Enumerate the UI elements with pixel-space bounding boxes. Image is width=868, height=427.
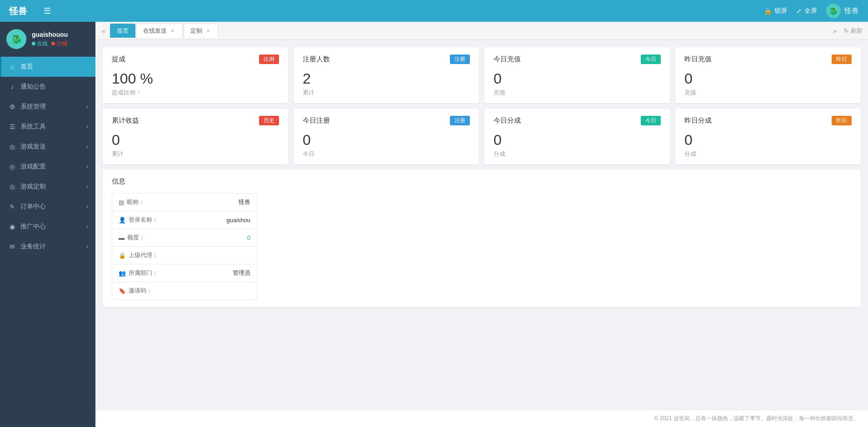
header-user[interactable]: 🐉 怪兽 <box>826 4 859 18</box>
stat-cumulative-label: 累计 <box>112 150 279 158</box>
info-table: ▤ 昵称： 怪兽 👤 登录名称： guaishou <box>112 193 257 300</box>
header-avatar: 🐉 <box>826 4 841 18</box>
menu-toggle-icon[interactable]: ☰ <box>44 6 51 16</box>
stat-share-yesterday-title: 昨日分成 <box>684 116 712 125</box>
sidebar-item-game-send-label: 游戏发送 <box>20 143 46 151</box>
stat-commission-value: 100 % <box>112 71 279 86</box>
header-username: 怪兽 <box>844 6 859 16</box>
status-online: 在线 <box>32 40 48 48</box>
invite-code-icon: 🔖 <box>119 288 126 294</box>
sidebar-item-promo-center[interactable]: ◉ 推广中心 ‹ <box>0 217 95 237</box>
sidebar-item-home[interactable]: ⌂ 首页 <box>0 57 95 77</box>
order-center-icon: ✎ <box>9 203 16 210</box>
fullscreen-button[interactable]: ⤢ 全屏 <box>796 7 817 15</box>
info-row-loginname: 👤 登录名称： guaishou <box>112 211 257 229</box>
tabs-container: 首页 在线发送 × 定制 × <box>108 24 830 38</box>
sidebar-item-home-label: 首页 <box>20 63 33 71</box>
stat-recharge-today-badge: 今日 <box>641 55 661 64</box>
chevron-right-icon-4: ‹ <box>86 164 88 170</box>
tab-custom[interactable]: 定制 × <box>184 24 218 38</box>
system-tools-icon: ☰ <box>9 123 16 130</box>
stat-share-today-value: 0 <box>494 133 661 147</box>
app-logo: 怪兽 <box>9 5 27 17</box>
stat-reg-today-label-text: 今日 <box>303 150 314 158</box>
info-row-superior: 🔒 上级代理： <box>112 247 257 264</box>
sidebar-item-system-manage[interactable]: ⚙ 系统管理 ‹ <box>0 97 95 117</box>
sidebar-item-promo-center-label: 推广中心 <box>20 223 46 231</box>
sidebar-nav: ⌂ 首页 ♪ 通知公告 ⚙ 系统管理 ‹ ☰ 系统工 <box>0 57 95 427</box>
tab-next-button[interactable]: » <box>830 27 839 35</box>
business-stats-icon: ✉ <box>9 243 16 250</box>
online-dot <box>32 42 35 45</box>
sidebar-item-system-tools[interactable]: ☰ 系统工具 ‹ <box>0 117 95 137</box>
promo-center-icon: ◉ <box>9 223 16 230</box>
tab-online-send-close[interactable]: × <box>170 28 176 34</box>
stat-recharge-today-title: 今日充值 <box>494 55 521 64</box>
stat-recharge-today-value: 0 <box>494 71 661 86</box>
info-department-label: 👥 所属部门： <box>119 269 164 277</box>
status-logout[interactable]: 注销 <box>51 40 67 48</box>
stat-card-commission: 提成 比例 100 % 提成比例 ↑ <box>103 47 288 103</box>
stat-reg-total-value: 2 <box>303 71 470 86</box>
info-nickname-label: ▤ 昵称： <box>119 198 164 206</box>
footer: © 2021 这世间，总有一抹颜色，温暖了季节。愿时光深处，每一种欣然都因你而至… <box>95 410 868 427</box>
sidebar-item-business-stats[interactable]: ✉ 业务统计 ‹ <box>0 237 95 257</box>
tab-prev-button[interactable]: « <box>99 27 108 35</box>
refresh-button[interactable]: ↻ 刷新 <box>844 27 863 35</box>
tab-home-label: 首页 <box>117 27 129 35</box>
page-content: 提成 比例 100 % 提成比例 ↑ 注册人数 注册 2 <box>95 40 868 410</box>
stat-recharge-yesterday-badge: 昨日 <box>832 55 852 64</box>
home-icon: ⌂ <box>9 63 16 70</box>
sidebar-username: guaishouou <box>32 31 68 38</box>
sidebar-item-game-custom-left: ◎ 游戏定制 <box>9 183 46 191</box>
sidebar-user-status: 在线 注销 <box>32 40 68 48</box>
sidebar-item-order-center-label: 订单中心 <box>20 203 46 211</box>
stat-card-reg-total-header: 注册人数 注册 <box>303 55 470 64</box>
stat-commission-badge: 比例 <box>259 55 279 64</box>
department-icon: 👥 <box>119 270 126 277</box>
tab-custom-close[interactable]: × <box>205 28 211 34</box>
sidebar-item-system-tools-left: ☰ 系统工具 <box>9 123 46 131</box>
info-quota-label: ▬ 额度： <box>119 233 164 242</box>
chevron-right-icon: ‹ <box>86 104 88 110</box>
sidebar-item-game-custom[interactable]: ◎ 游戏定制 ‹ <box>0 177 95 197</box>
sidebar-item-game-custom-label: 游戏定制 <box>20 183 46 191</box>
chevron-right-icon-8: ‹ <box>86 243 88 250</box>
sidebar-item-game-config[interactable]: ◎ 游戏配置 ‹ <box>0 157 95 177</box>
stat-recharge-yesterday-label: 充值 <box>684 89 852 97</box>
stat-card-share-yesterday: 昨日分成 昨日 0 分成 <box>675 109 861 164</box>
stat-card-commission-header: 提成 比例 <box>112 55 279 64</box>
stat-card-recharge-today: 今日充值 今日 0 充值 <box>484 47 670 103</box>
stat-cumulative-badge: 历史 <box>259 116 279 125</box>
notification-icon: ♪ <box>9 83 16 90</box>
logout-dot <box>51 42 55 45</box>
lock-screen-button[interactable]: 🔒 锁屏 <box>764 7 787 15</box>
info-section-title: 信息 <box>112 177 852 186</box>
main-layout: 🐉 guaishouou 在线 注销 ⌂ <box>0 22 868 427</box>
tab-home[interactable]: 首页 <box>110 24 135 38</box>
sidebar-item-notification[interactable]: ♪ 通知公告 <box>0 77 95 97</box>
stat-card-share-yesterday-header: 昨日分成 昨日 <box>684 116 852 125</box>
info-quota-value: 0 <box>164 234 250 241</box>
stat-share-today-label-text: 分成 <box>494 150 505 158</box>
tab-online-send[interactable]: 在线发送 × <box>136 24 183 38</box>
stat-recharge-yesterday-value: 0 <box>684 71 852 86</box>
sidebar-item-game-send[interactable]: ◎ 游戏发送 ‹ <box>0 137 95 157</box>
sidebar-item-order-center[interactable]: ✎ 订单中心 ‹ <box>0 197 95 217</box>
tab-bar-right: » ↻ 刷新 <box>830 27 864 35</box>
stat-reg-total-title: 注册人数 <box>303 55 330 64</box>
stat-share-yesterday-badge: 昨日 <box>832 116 852 125</box>
stat-commission-label: 提成比例 ↑ <box>112 89 279 97</box>
stat-share-today-label: 分成 <box>494 150 661 158</box>
lock-label: 锁屏 <box>774 7 787 15</box>
stat-reg-total-label-text: 累计 <box>303 89 314 97</box>
sidebar-item-system-tools-label: 系统工具 <box>20 123 46 131</box>
fullscreen-label: 全屏 <box>804 7 817 15</box>
info-invite-code-label: 🔖 邀请码： <box>119 287 164 295</box>
chevron-right-icon-7: ‹ <box>86 223 88 230</box>
sidebar: 🐉 guaishouou 在线 注销 ⌂ <box>0 22 95 427</box>
sidebar-item-order-center-left: ✎ 订单中心 <box>9 203 46 211</box>
stat-card-cumulative: 累计收益 历史 0 累计 <box>103 109 288 164</box>
lock-icon: 🔒 <box>764 7 772 15</box>
stat-card-recharge-yesterday-header: 昨日充值 昨日 <box>684 55 852 64</box>
